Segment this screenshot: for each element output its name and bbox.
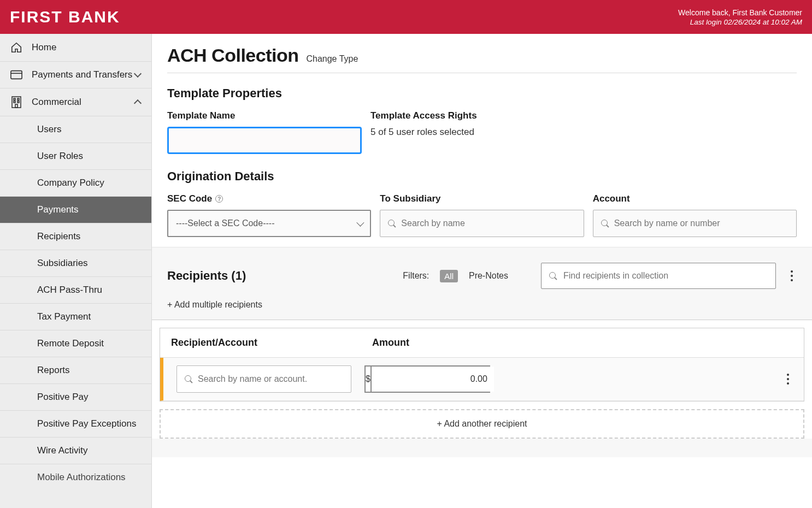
col-recipient-header: Recipient/Account bbox=[171, 337, 372, 348]
account-label: Account bbox=[593, 193, 797, 204]
sec-code-label-text: SEC Code bbox=[167, 193, 212, 204]
access-rights-label: Template Access Rights bbox=[370, 110, 797, 121]
chevron-down-icon bbox=[357, 219, 364, 227]
building-icon bbox=[10, 96, 23, 108]
row-menu-button[interactable] bbox=[783, 370, 793, 388]
search-icon bbox=[549, 272, 557, 280]
svg-rect-3 bbox=[14, 98, 15, 100]
sec-code-select[interactable]: ----Select a SEC Code---- bbox=[167, 210, 371, 237]
sec-code-label: SEC Code ? bbox=[167, 193, 371, 204]
sidebar-item-payments[interactable]: Payments bbox=[0, 197, 151, 223]
card-icon bbox=[10, 70, 23, 80]
sidebar-item-recipients[interactable]: Recipients bbox=[0, 223, 151, 250]
help-icon[interactable]: ? bbox=[215, 195, 223, 203]
sidebar-label: Commercial bbox=[32, 97, 81, 108]
account-input[interactable] bbox=[614, 218, 789, 228]
recipients-search[interactable] bbox=[541, 263, 776, 289]
svg-rect-4 bbox=[17, 98, 19, 100]
recipient-row: $ bbox=[160, 358, 804, 401]
to-subsidiary-label: To Subsidiary bbox=[380, 193, 584, 204]
to-subsidiary-input[interactable] bbox=[401, 218, 575, 228]
access-rights-value[interactable]: 5 of 5 user roles selected bbox=[370, 127, 797, 138]
template-properties-heading: Template Properties bbox=[167, 86, 797, 101]
sidebar-item-user-roles[interactable]: User Roles bbox=[0, 143, 151, 170]
sidebar-item-ach-pass-thru[interactable]: ACH Pass-Thru bbox=[0, 277, 151, 304]
main-content: ACH Collection Change Type Template Prop… bbox=[152, 34, 812, 508]
add-another-recipient-button[interactable]: + Add another recipient bbox=[160, 409, 804, 439]
template-name-input[interactable] bbox=[167, 127, 362, 154]
recipients-search-input[interactable] bbox=[563, 271, 768, 281]
sec-code-placeholder: ----Select a SEC Code---- bbox=[176, 218, 274, 228]
home-icon bbox=[10, 42, 23, 54]
origination-details-heading: Origination Details bbox=[167, 169, 797, 184]
col-amount-header: Amount bbox=[372, 337, 793, 348]
svg-rect-0 bbox=[11, 71, 22, 79]
amount-field[interactable]: $ bbox=[364, 365, 490, 393]
amount-input[interactable] bbox=[372, 367, 494, 392]
sidebar-item-payments-transfers[interactable]: Payments and Transfers bbox=[0, 62, 151, 88]
header-bar: FIRST BANK Welcome back, First Bank Cust… bbox=[0, 0, 812, 34]
recipient-search[interactable] bbox=[176, 365, 351, 393]
page-title: ACH Collection bbox=[167, 45, 298, 66]
svg-rect-5 bbox=[14, 101, 15, 103]
add-multiple-recipients-link[interactable]: + Add multiple recipients bbox=[167, 300, 262, 310]
header-user-info: Welcome back, First Bank Customer Last l… bbox=[678, 8, 802, 26]
svg-rect-6 bbox=[17, 101, 19, 103]
recipient-search-input[interactable] bbox=[198, 374, 343, 384]
sidebar-item-home[interactable]: Home bbox=[0, 34, 151, 62]
filter-prenotes[interactable]: Pre-Notes bbox=[469, 271, 508, 281]
sidebar-item-commercial[interactable]: Commercial bbox=[0, 88, 151, 116]
sidebar-item-users[interactable]: Users bbox=[0, 116, 151, 143]
logo: FIRST BANK bbox=[10, 8, 120, 26]
sidebar-item-mobile-authorizations[interactable]: Mobile Authorizations bbox=[0, 464, 151, 486]
recipients-menu-button[interactable] bbox=[787, 267, 797, 285]
divider bbox=[167, 73, 797, 73]
last-login-text: Last login 02/26/2024 at 10:02 AM bbox=[678, 18, 802, 26]
change-type-link[interactable]: Change Type bbox=[306, 54, 358, 64]
sidebar-item-reports[interactable]: Reports bbox=[0, 357, 151, 384]
sidebar: Home Payments and Transfers Commercial U… bbox=[0, 34, 152, 508]
sidebar-item-subsidiaries[interactable]: Subsidiaries bbox=[0, 250, 151, 277]
sidebar-item-wire-activity[interactable]: Wire Activity bbox=[0, 438, 151, 464]
filter-all[interactable]: All bbox=[440, 270, 458, 282]
sidebar-item-company-policy[interactable]: Company Policy bbox=[0, 170, 151, 197]
sidebar-item-positive-pay-exceptions[interactable]: Positive Pay Exceptions bbox=[0, 411, 151, 438]
sidebar-item-tax-payment[interactable]: Tax Payment bbox=[0, 304, 151, 330]
template-name-label: Template Name bbox=[167, 110, 362, 121]
search-icon bbox=[601, 220, 609, 227]
svg-rect-7 bbox=[15, 104, 17, 108]
sidebar-item-remote-deposit[interactable]: Remote Deposit bbox=[0, 330, 151, 357]
recipients-heading: Recipients (1) bbox=[167, 269, 246, 283]
sidebar-item-positive-pay[interactable]: Positive Pay bbox=[0, 384, 151, 411]
sidebar-label: Home bbox=[32, 42, 56, 53]
sidebar-label: Payments and Transfers bbox=[32, 69, 132, 80]
filters-label: Filters: bbox=[403, 271, 429, 281]
to-subsidiary-search[interactable] bbox=[380, 210, 584, 237]
search-icon bbox=[388, 220, 396, 227]
currency-prefix: $ bbox=[366, 367, 372, 392]
search-icon bbox=[185, 375, 192, 383]
welcome-text: Welcome back, First Bank Customer bbox=[678, 8, 802, 17]
account-search[interactable] bbox=[593, 210, 797, 237]
